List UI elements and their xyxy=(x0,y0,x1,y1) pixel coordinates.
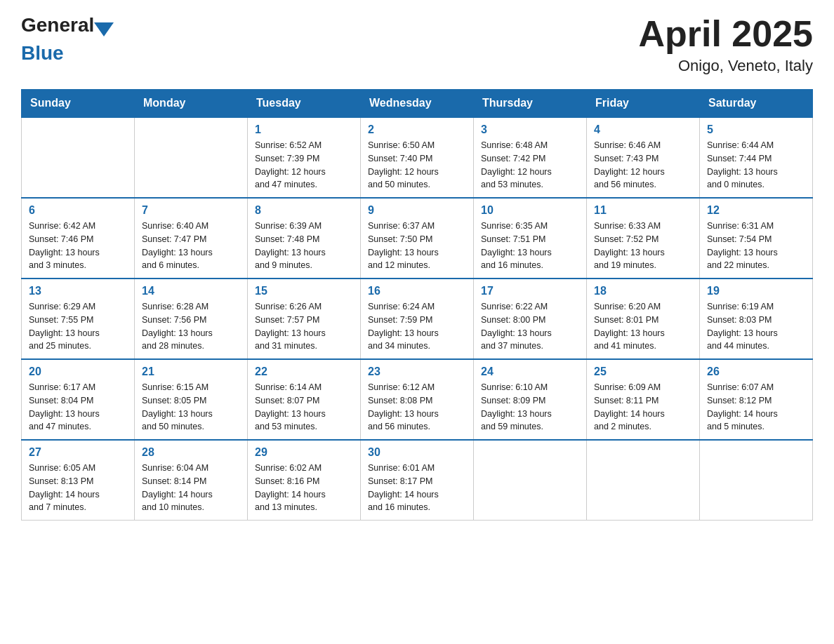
day-number: 17 xyxy=(481,285,579,297)
weekday-header-tuesday: Tuesday xyxy=(248,90,361,118)
calendar-cell: 1Sunrise: 6:52 AM Sunset: 7:39 PM Daylig… xyxy=(248,117,361,198)
day-info: Sunrise: 6:17 AM Sunset: 8:04 PM Dayligh… xyxy=(29,381,127,434)
calendar-cell: 25Sunrise: 6:09 AM Sunset: 8:11 PM Dayli… xyxy=(587,359,700,440)
day-info: Sunrise: 6:28 AM Sunset: 7:56 PM Dayligh… xyxy=(142,300,240,353)
day-number: 11 xyxy=(594,204,692,217)
day-info: Sunrise: 6:48 AM Sunset: 7:42 PM Dayligh… xyxy=(481,139,579,192)
day-info: Sunrise: 6:10 AM Sunset: 8:09 PM Dayligh… xyxy=(481,381,579,434)
calendar-cell: 11Sunrise: 6:33 AM Sunset: 7:52 PM Dayli… xyxy=(587,198,700,279)
day-info: Sunrise: 6:46 AM Sunset: 7:43 PM Dayligh… xyxy=(594,139,692,192)
calendar-cell: 22Sunrise: 6:14 AM Sunset: 8:07 PM Dayli… xyxy=(248,359,361,440)
weekday-header-sunday: Sunday xyxy=(22,90,135,118)
day-info: Sunrise: 6:22 AM Sunset: 8:00 PM Dayligh… xyxy=(481,300,579,353)
day-info: Sunrise: 6:09 AM Sunset: 8:11 PM Dayligh… xyxy=(594,381,692,434)
day-info: Sunrise: 6:19 AM Sunset: 8:03 PM Dayligh… xyxy=(707,300,805,353)
day-number: 10 xyxy=(481,204,579,217)
day-info: Sunrise: 6:02 AM Sunset: 8:16 PM Dayligh… xyxy=(255,462,353,514)
weekday-header-monday: Monday xyxy=(135,90,248,118)
day-info: Sunrise: 6:20 AM Sunset: 8:01 PM Dayligh… xyxy=(594,300,692,353)
day-info: Sunrise: 6:05 AM Sunset: 8:13 PM Dayligh… xyxy=(29,462,127,514)
day-number: 9 xyxy=(368,204,466,217)
calendar-cell: 4Sunrise: 6:46 AM Sunset: 7:43 PM Daylig… xyxy=(587,117,700,198)
calendar-cell: 12Sunrise: 6:31 AM Sunset: 7:54 PM Dayli… xyxy=(700,198,813,279)
calendar-cell: 23Sunrise: 6:12 AM Sunset: 8:08 PM Dayli… xyxy=(361,359,474,440)
calendar-cell xyxy=(700,440,813,521)
day-number: 4 xyxy=(594,123,692,136)
calendar-cell: 18Sunrise: 6:20 AM Sunset: 8:01 PM Dayli… xyxy=(587,279,700,359)
day-info: Sunrise: 6:37 AM Sunset: 7:50 PM Dayligh… xyxy=(368,220,466,272)
logo-text-general: General xyxy=(21,14,94,36)
weekday-header-wednesday: Wednesday xyxy=(361,90,474,118)
day-number: 1 xyxy=(255,123,353,136)
day-info: Sunrise: 6:04 AM Sunset: 8:14 PM Dayligh… xyxy=(142,462,240,514)
day-number: 3 xyxy=(481,123,579,136)
calendar-subtitle: Onigo, Veneto, Italy xyxy=(638,57,813,75)
calendar-cell: 10Sunrise: 6:35 AM Sunset: 7:51 PM Dayli… xyxy=(474,198,587,279)
day-info: Sunrise: 6:52 AM Sunset: 7:39 PM Dayligh… xyxy=(255,139,353,192)
day-number: 5 xyxy=(707,123,805,136)
calendar-cell: 15Sunrise: 6:26 AM Sunset: 7:57 PM Dayli… xyxy=(248,279,361,359)
day-number: 20 xyxy=(29,365,127,378)
calendar-cell: 9Sunrise: 6:37 AM Sunset: 7:50 PM Daylig… xyxy=(361,198,474,279)
calendar-cell xyxy=(587,440,700,521)
day-info: Sunrise: 6:01 AM Sunset: 8:17 PM Dayligh… xyxy=(368,462,466,514)
day-number: 24 xyxy=(481,365,579,378)
day-info: Sunrise: 6:24 AM Sunset: 7:59 PM Dayligh… xyxy=(368,300,466,353)
weekday-header-friday: Friday xyxy=(587,90,700,118)
day-info: Sunrise: 6:26 AM Sunset: 7:57 PM Dayligh… xyxy=(255,300,353,353)
day-number: 13 xyxy=(29,285,127,297)
calendar-cell: 27Sunrise: 6:05 AM Sunset: 8:13 PM Dayli… xyxy=(22,440,135,521)
logo-triangle-icon xyxy=(94,22,114,36)
calendar-week-5: 27Sunrise: 6:05 AM Sunset: 8:13 PM Dayli… xyxy=(22,440,813,521)
calendar-week-1: 1Sunrise: 6:52 AM Sunset: 7:39 PM Daylig… xyxy=(22,117,813,198)
day-number: 8 xyxy=(255,204,353,217)
calendar-week-3: 13Sunrise: 6:29 AM Sunset: 7:55 PM Dayli… xyxy=(22,279,813,359)
calendar-cell: 14Sunrise: 6:28 AM Sunset: 7:56 PM Dayli… xyxy=(135,279,248,359)
title-block: April 2025 Onigo, Veneto, Italy xyxy=(638,14,813,75)
calendar-cell: 6Sunrise: 6:42 AM Sunset: 7:46 PM Daylig… xyxy=(22,198,135,279)
day-number: 15 xyxy=(255,285,353,297)
calendar-cell xyxy=(474,440,587,521)
calendar-cell: 30Sunrise: 6:01 AM Sunset: 8:17 PM Dayli… xyxy=(361,440,474,521)
day-number: 21 xyxy=(142,365,240,378)
logo: General Blue xyxy=(21,14,114,65)
calendar-cell: 29Sunrise: 6:02 AM Sunset: 8:16 PM Dayli… xyxy=(248,440,361,521)
day-info: Sunrise: 6:31 AM Sunset: 7:54 PM Dayligh… xyxy=(707,220,805,272)
day-info: Sunrise: 6:14 AM Sunset: 8:07 PM Dayligh… xyxy=(255,381,353,434)
day-info: Sunrise: 6:33 AM Sunset: 7:52 PM Dayligh… xyxy=(594,220,692,272)
day-number: 27 xyxy=(29,446,127,459)
calendar-cell: 19Sunrise: 6:19 AM Sunset: 8:03 PM Dayli… xyxy=(700,279,813,359)
calendar-cell xyxy=(135,117,248,198)
weekday-header-thursday: Thursday xyxy=(474,90,587,118)
day-number: 18 xyxy=(594,285,692,297)
day-number: 12 xyxy=(707,204,805,217)
calendar-body: 1Sunrise: 6:52 AM Sunset: 7:39 PM Daylig… xyxy=(22,117,813,521)
day-number: 25 xyxy=(594,365,692,378)
day-info: Sunrise: 6:40 AM Sunset: 7:47 PM Dayligh… xyxy=(142,220,240,272)
calendar-cell: 3Sunrise: 6:48 AM Sunset: 7:42 PM Daylig… xyxy=(474,117,587,198)
day-number: 19 xyxy=(707,285,805,297)
day-number: 7 xyxy=(142,204,240,217)
calendar-header: SundayMondayTuesdayWednesdayThursdayFrid… xyxy=(22,90,813,118)
weekday-header-saturday: Saturday xyxy=(700,90,813,118)
calendar-cell: 26Sunrise: 6:07 AM Sunset: 8:12 PM Dayli… xyxy=(700,359,813,440)
calendar-cell: 24Sunrise: 6:10 AM Sunset: 8:09 PM Dayli… xyxy=(474,359,587,440)
calendar-cell: 17Sunrise: 6:22 AM Sunset: 8:00 PM Dayli… xyxy=(474,279,587,359)
logo-text-blue: Blue xyxy=(21,42,114,65)
day-number: 2 xyxy=(368,123,466,136)
calendar-cell: 8Sunrise: 6:39 AM Sunset: 7:48 PM Daylig… xyxy=(248,198,361,279)
calendar-cell: 13Sunrise: 6:29 AM Sunset: 7:55 PM Dayli… xyxy=(22,279,135,359)
day-info: Sunrise: 6:44 AM Sunset: 7:44 PM Dayligh… xyxy=(707,139,805,192)
day-info: Sunrise: 6:12 AM Sunset: 8:08 PM Dayligh… xyxy=(368,381,466,434)
day-number: 26 xyxy=(707,365,805,378)
day-number: 16 xyxy=(368,285,466,297)
calendar-cell: 2Sunrise: 6:50 AM Sunset: 7:40 PM Daylig… xyxy=(361,117,474,198)
weekday-header-row: SundayMondayTuesdayWednesdayThursdayFrid… xyxy=(22,90,813,118)
day-info: Sunrise: 6:15 AM Sunset: 8:05 PM Dayligh… xyxy=(142,381,240,434)
day-info: Sunrise: 6:39 AM Sunset: 7:48 PM Dayligh… xyxy=(255,220,353,272)
day-info: Sunrise: 6:42 AM Sunset: 7:46 PM Dayligh… xyxy=(29,220,127,272)
day-number: 23 xyxy=(368,365,466,378)
day-number: 29 xyxy=(255,446,353,459)
day-info: Sunrise: 6:29 AM Sunset: 7:55 PM Dayligh… xyxy=(29,300,127,353)
day-number: 30 xyxy=(368,446,466,459)
